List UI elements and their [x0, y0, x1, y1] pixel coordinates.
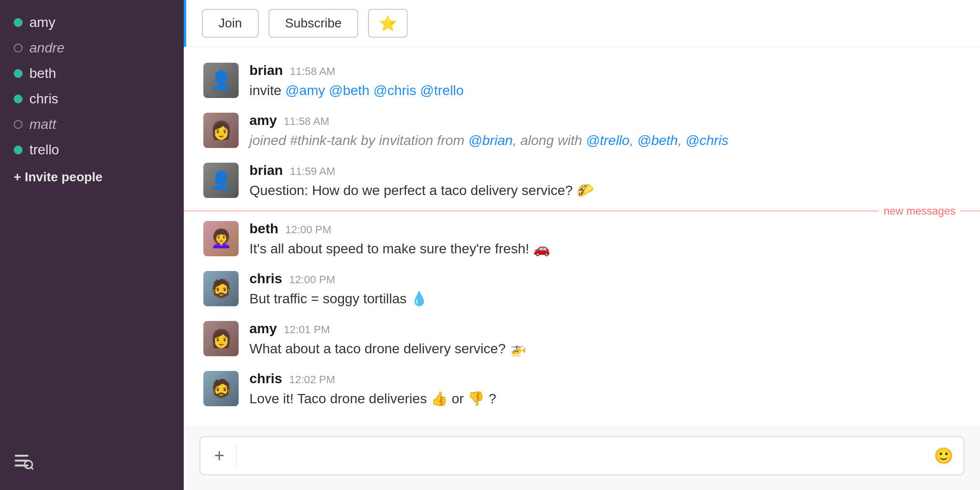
message-text: Question: How do we perfect a taco deliv… — [249, 180, 960, 201]
message-header: amy 11:58 AM — [249, 113, 960, 128]
message-time: 11:59 AM — [290, 165, 335, 178]
sidebar-username: matt — [29, 117, 56, 132]
attach-button[interactable]: + — [210, 443, 228, 468]
toolbar: Join Subscribe ⭐ — [184, 0, 980, 47]
message-header: chris 12:02 PM — [249, 371, 960, 387]
svg-line-4 — [31, 467, 33, 469]
sidebar-item-amy[interactable]: amy — [0, 10, 184, 35]
new-messages-line — [184, 211, 980, 211]
sidebar-username: chris — [29, 91, 58, 107]
sidebar-username: amy — [29, 15, 55, 30]
message-content: brian 11:58 AM invite @amy @beth @chris … — [249, 63, 960, 101]
message-content: beth 12:00 PM It's all about speed to ma… — [249, 221, 960, 259]
mention-brian[interactable]: @brian — [468, 133, 513, 148]
sidebar-item-matt[interactable]: matt — [0, 112, 184, 137]
message-time: 11:58 AM — [290, 65, 335, 78]
sidebar-item-beth[interactable]: beth — [0, 61, 184, 86]
star-button[interactable]: ⭐ — [368, 9, 408, 38]
table-row: 👩 amy 12:01 PM What about a taco drone d… — [184, 315, 980, 365]
message-content: chris 12:02 PM Love it! Taco drone deliv… — [249, 371, 960, 409]
invite-people-label: + Invite people — [14, 170, 102, 185]
message-text: Love it! Taco drone deliveries 👍 or 👎 ? — [249, 389, 960, 409]
menu-search-icon — [14, 451, 33, 470]
sidebar-username: trello — [29, 142, 59, 158]
sidebar-username: andre — [29, 40, 65, 56]
message-content: amy 12:01 PM What about a taco drone del… — [249, 321, 960, 359]
message-header: brian 11:58 AM — [249, 63, 960, 78]
message-header: beth 12:00 PM — [249, 221, 960, 237]
sidebar-bottom-controls[interactable] — [0, 441, 184, 480]
mention-amy[interactable]: @amy — [285, 83, 325, 98]
system-message: joined #think-tank by invitation from @b… — [249, 133, 729, 148]
message-time: 12:02 PM — [289, 373, 335, 386]
avatar: 👩‍🦱 — [203, 221, 239, 256]
table-row: 👤 brian 11:59 AM Question: How do we per… — [184, 157, 980, 207]
mention-trello[interactable]: @trello — [420, 83, 464, 98]
new-messages-divider: new messages — [184, 211, 980, 211]
message-author: brian — [249, 63, 283, 78]
table-row: 👤 brian 11:58 AM invite @amy @beth @chri… — [184, 57, 980, 107]
message-time: 12:00 PM — [289, 273, 335, 286]
message-author: amy — [249, 321, 277, 337]
mention-chris[interactable]: @chris — [373, 83, 416, 98]
message-header: amy 12:01 PM — [249, 321, 960, 337]
sidebar: amy andre beth chris matt trello + Invit… — [0, 0, 184, 490]
message-header: brian 11:59 AM — [249, 163, 960, 178]
sidebar-item-chris[interactable]: chris — [0, 86, 184, 112]
mention-chris[interactable]: @chris — [686, 133, 729, 148]
message-time: 11:58 AM — [284, 115, 329, 128]
svg-rect-2 — [15, 465, 28, 466]
message-header: chris 12:00 PM — [249, 271, 960, 287]
messages-area: 👤 brian 11:58 AM invite @amy @beth @chri… — [184, 47, 980, 426]
mention-trello[interactable]: @trello — [586, 133, 630, 148]
mention-beth[interactable]: @beth — [329, 83, 369, 98]
message-author: chris — [249, 271, 282, 287]
message-author: amy — [249, 113, 277, 128]
message-input[interactable] — [245, 448, 926, 464]
sidebar-username: beth — [29, 66, 56, 81]
message-text: It's all about speed to make sure they'r… — [249, 239, 960, 259]
message-author: beth — [249, 221, 278, 237]
message-text: What about a taco drone delivery service… — [249, 339, 960, 359]
table-row: 🧔 chris 12:00 PM But traffic = soggy tor… — [184, 265, 980, 315]
message-content: amy 11:58 AM joined #think-tank by invit… — [249, 113, 960, 151]
message-time: 12:00 PM — [285, 223, 331, 236]
sidebar-item-andre[interactable]: andre — [0, 35, 184, 61]
avatar: 👩 — [203, 321, 239, 356]
message-author: brian — [249, 163, 283, 178]
invite-people-button[interactable]: + Invite people — [0, 163, 184, 192]
join-button[interactable]: Join — [202, 9, 259, 38]
avatar: 🧔 — [203, 371, 239, 406]
avatar: 👤 — [203, 63, 239, 98]
message-time: 12:01 PM — [284, 323, 330, 336]
message-author: chris — [249, 371, 282, 387]
svg-rect-0 — [15, 455, 28, 457]
input-divider — [236, 446, 237, 466]
offline-indicator — [14, 120, 23, 129]
sidebar-item-trello[interactable]: trello — [0, 137, 184, 163]
emoji-button[interactable]: 🙂 — [934, 446, 954, 465]
online-indicator — [14, 18, 23, 27]
message-content: brian 11:59 AM Question: How do we perfe… — [249, 163, 960, 201]
online-indicator — [14, 69, 23, 78]
message-content: chris 12:00 PM But traffic = soggy torti… — [249, 271, 960, 309]
table-row: 👩 amy 11:58 AM joined #think-tank by inv… — [184, 107, 980, 157]
message-input-box: + 🙂 — [199, 436, 964, 475]
online-indicator — [14, 146, 23, 154]
offline-indicator — [14, 44, 23, 52]
online-indicator — [14, 95, 23, 103]
avatar: 👤 — [203, 163, 239, 198]
message-text: But traffic = soggy tortillas 💧 — [249, 289, 960, 309]
main-content: Join Subscribe ⭐ 👤 brian 11:58 AM invite… — [184, 0, 980, 490]
table-row: 🧔 chris 12:02 PM Love it! Taco drone del… — [184, 365, 980, 415]
input-area: + 🙂 — [184, 426, 980, 490]
table-row: 👩‍🦱 beth 12:00 PM It's all about speed t… — [184, 215, 980, 265]
message-text: invite @amy @beth @chris @trello — [249, 80, 960, 101]
subscribe-button[interactable]: Subscribe — [269, 9, 359, 38]
avatar: 🧔 — [203, 271, 239, 306]
avatar: 👩 — [203, 113, 239, 148]
mention-beth[interactable]: @beth — [637, 133, 678, 148]
message-text: joined #think-tank by invitation from @b… — [249, 130, 960, 151]
